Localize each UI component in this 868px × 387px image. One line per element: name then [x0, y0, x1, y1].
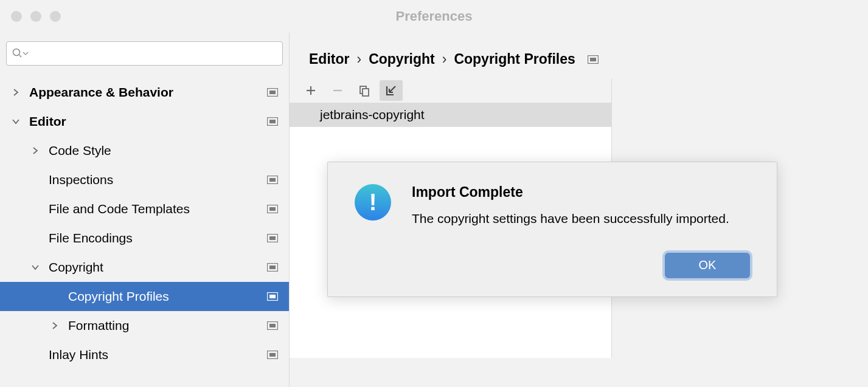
tree-item-label: File Encodings: [49, 231, 267, 245]
svg-rect-19: [269, 353, 276, 357]
tree-item-label: Editor: [29, 114, 267, 129]
add-button[interactable]: [299, 80, 322, 101]
search-field[interactable]: [6, 41, 283, 66]
svg-rect-9: [269, 207, 276, 211]
tree-item-label: Inlay Hints: [49, 348, 267, 362]
dialog-body: ! Import Complete The copyright settings…: [355, 184, 750, 228]
project-scope-badge: [267, 234, 278, 242]
svg-line-1: [19, 55, 22, 58]
dialog-text: Import Complete The copyright settings h…: [412, 184, 750, 228]
project-scope-badge: [267, 205, 278, 213]
breadcrumb-separator: ›: [442, 51, 447, 67]
svg-rect-13: [269, 265, 276, 269]
copy-button[interactable]: [353, 80, 376, 101]
tree-item-label: Appearance & Behavior: [29, 85, 267, 100]
svg-rect-15: [269, 295, 276, 298]
svg-rect-17: [269, 324, 276, 327]
tree-item-label: Inspections: [49, 173, 267, 187]
import-icon: [385, 84, 397, 97]
tree-item-copyright-profiles[interactable]: Copyright Profiles: [0, 282, 289, 311]
svg-point-0: [13, 49, 20, 56]
tree-item-copyright[interactable]: Copyright: [0, 253, 289, 282]
project-scope-badge: [267, 117, 278, 126]
breadcrumb-separator: ›: [356, 51, 361, 67]
breadcrumb: Editor › Copyright › Copyright Profiles: [290, 33, 868, 67]
plus-icon: [305, 85, 316, 96]
window-controls: [0, 11, 61, 22]
import-complete-dialog: ! Import Complete The copyright settings…: [327, 162, 777, 297]
close-window-button[interactable]: [11, 11, 22, 22]
svg-rect-11: [269, 236, 276, 240]
svg-rect-7: [269, 178, 276, 182]
zoom-window-button[interactable]: [50, 11, 61, 22]
svg-rect-21: [590, 58, 596, 61]
info-icon: !: [355, 184, 391, 221]
copy-icon: [358, 84, 370, 97]
chevron-down-icon[interactable]: [12, 118, 29, 125]
breadcrumb-item: Copyright Profiles: [454, 51, 575, 67]
tree-item-file-and-code-templates[interactable]: File and Code Templates: [0, 194, 289, 224]
chevron-down-icon: [23, 50, 29, 57]
tree-item-label: Copyright: [49, 260, 267, 275]
project-scope-badge: [267, 351, 278, 359]
breadcrumb-item[interactable]: Copyright: [369, 51, 435, 67]
tree-item-editor[interactable]: Editor: [0, 107, 289, 136]
tree-item-inspections[interactable]: Inspections: [0, 165, 289, 194]
titlebar: Preferences: [0, 0, 868, 33]
project-scope-badge: [267, 176, 278, 184]
tree-item-code-style[interactable]: Code Style: [0, 136, 289, 165]
dialog-message: The copyright settings have been success…: [412, 209, 750, 228]
profile-name: jetbrains-copyright: [320, 108, 425, 122]
tree-item-file-encodings[interactable]: File Encodings: [0, 224, 289, 253]
svg-rect-5: [269, 120, 276, 123]
chevron-right-icon[interactable]: [51, 322, 68, 329]
project-scope-badge: [267, 263, 278, 272]
settings-tree: Appearance & BehaviorEditorCode StyleIns…: [0, 70, 289, 369]
dialog-title: Import Complete: [412, 184, 750, 200]
svg-rect-3: [269, 91, 276, 94]
profile-toolbar: [290, 78, 611, 103]
project-scope-badge: [267, 88, 278, 97]
project-scope-badge: [267, 321, 278, 330]
sidebar: Appearance & BehaviorEditorCode StyleIns…: [0, 33, 290, 387]
tree-item-formatting[interactable]: Formatting: [0, 311, 289, 340]
project-scope-badge: [588, 55, 599, 64]
tree-item-label: Code Style: [49, 143, 278, 158]
search-icon: [12, 47, 24, 60]
search-container: [0, 33, 289, 70]
profile-list-item[interactable]: jetbrains-copyright: [290, 103, 611, 127]
window-title: Preferences: [396, 9, 473, 24]
project-scope-badge: [267, 292, 278, 301]
tree-item-label: Copyright Profiles: [68, 289, 267, 304]
chevron-right-icon[interactable]: [12, 89, 29, 96]
tree-item-appearance-behavior[interactable]: Appearance & Behavior: [0, 78, 289, 107]
import-button[interactable]: [380, 80, 403, 101]
breadcrumb-item[interactable]: Editor: [309, 51, 349, 67]
search-input[interactable]: [31, 47, 277, 60]
tree-item-label: File and Code Templates: [49, 202, 267, 216]
chevron-down-icon[interactable]: [32, 264, 49, 271]
tree-item-label: Formatting: [68, 318, 267, 333]
chevron-right-icon[interactable]: [32, 147, 49, 154]
ok-button[interactable]: OK: [665, 253, 750, 278]
tree-item-inlay-hints[interactable]: Inlay Hints: [0, 340, 289, 369]
minus-icon: [332, 85, 343, 96]
remove-button: [326, 80, 349, 101]
minimize-window-button[interactable]: [30, 11, 41, 22]
dialog-buttons: OK: [355, 253, 750, 278]
svg-rect-26: [363, 89, 369, 96]
